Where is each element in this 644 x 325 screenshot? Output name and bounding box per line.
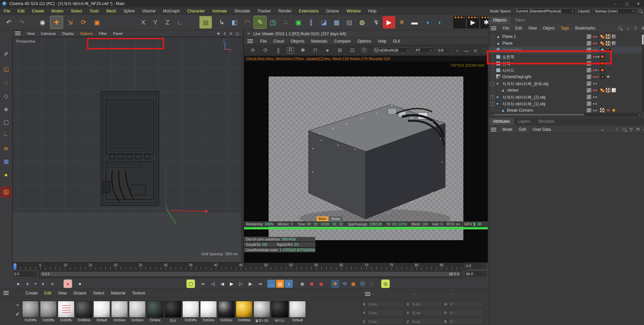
kernel-settings-icon[interactable]: ✱ — [298, 46, 308, 55]
spheres-tag-icon[interactable] — [600, 34, 605, 39]
next-key-icon[interactable]: ▶ — [246, 280, 255, 288]
visibility-dots[interactable] — [593, 41, 597, 46]
render-settings-icon[interactable]: ✳ — [396, 16, 408, 29]
om-menu-view[interactable]: View — [525, 26, 540, 31]
dot1-tag-icon[interactable] — [611, 108, 616, 112]
solo-toggle-icon[interactable]: ◎ — [381, 280, 389, 288]
restart-render-icon[interactable]: ⟳ — [261, 46, 270, 55]
coord-input[interactable]: 0 ° — [448, 318, 483, 325]
lv-menu-gui[interactable]: GUI — [389, 39, 403, 44]
range-start-stepper[interactable]: 0 F — [12, 271, 38, 277]
coord-input[interactable]: 0 ° — [448, 310, 483, 316]
search-icon[interactable] — [639, 9, 642, 13]
tab-structure[interactable]: Structure — [534, 118, 559, 125]
object-row-2-obj[interactable]: +●지게차 배터리팩_(2).obj╱ — [489, 94, 642, 100]
search-icon[interactable] — [617, 25, 623, 31]
attr-menu-user-data[interactable]: User Data — [530, 127, 554, 132]
zoom-view-icon[interactable]: ⇕ — [222, 31, 227, 36]
menu-tracker[interactable]: Tracker — [254, 9, 275, 13]
hamburger-icon[interactable] — [491, 26, 496, 30]
material-thumbnail[interactable] — [200, 301, 217, 318]
key-pla-icon[interactable]: ∷ — [367, 280, 375, 288]
history-forward-icon[interactable]: → — [607, 127, 612, 132]
menu-help[interactable]: Help — [364, 9, 380, 13]
comment-track-icon[interactable]: … — [267, 280, 275, 288]
expander-icon[interactable]: − — [491, 82, 494, 86]
viewport-menu-view[interactable]: View — [24, 32, 38, 36]
pick-ball-icon[interactable]: ● — [323, 46, 332, 55]
object-row-1-obj[interactable]: −●지게차 배터리팩_(1).obj╱ — [489, 100, 642, 107]
hamburger-icon[interactable] — [3, 291, 9, 295]
node-space-select[interactable]: Current (Standard/Physical)∨ — [514, 8, 576, 14]
om-menu-file[interactable]: File — [500, 26, 512, 31]
viewport-menu-cameras[interactable]: Cameras — [38, 32, 59, 36]
prev-key-icon[interactable]: ◁ — [209, 280, 217, 288]
attr-menu-mode[interactable]: Mode — [499, 127, 516, 132]
texture-mode-icon[interactable]: ▢ — [1, 117, 11, 127]
current-frame-stepper[interactable]: 0 F — [464, 263, 487, 269]
scene-nodes-icon[interactable]: ▤ — [343, 16, 356, 29]
paint-tool-icon[interactable]: ● — [1, 169, 11, 180]
object-row-break-corners[interactable]: ▲Break Corners╱✳ — [489, 107, 642, 112]
coord-input[interactable]: 0 cm — [367, 310, 404, 316]
checker-tag-icon[interactable] — [606, 34, 610, 39]
prev-frame-icon[interactable]: ◀ — [218, 280, 226, 288]
menu-spline[interactable]: Spline — [120, 9, 138, 13]
minimize-button[interactable]: – — [610, 0, 621, 7]
object-row-plane[interactable]: ▲Plane╱ — [489, 40, 642, 47]
lock-y-axis-icon[interactable]: Y — [149, 16, 162, 29]
menu-mograph[interactable]: MoGraph — [159, 9, 183, 13]
lv-menu-compare[interactable]: Compare — [331, 39, 354, 44]
expander-icon[interactable]: + — [491, 95, 494, 99]
undo-icon[interactable]: ↶ — [3, 16, 15, 29]
material-octmeta[interactable]: OctMeta — [236, 301, 252, 322]
marker-track-icon[interactable]: ▤ — [276, 280, 284, 288]
material-menu-view[interactable]: View — [55, 291, 70, 295]
camera-tag-icon[interactable] — [600, 68, 605, 72]
redo-icon[interactable]: ↷ — [15, 16, 28, 29]
om-menu-object[interactable]: Object — [540, 26, 558, 31]
material-octdiffu[interactable]: OctDiffu — [58, 301, 75, 322]
material-octdiffu[interactable]: OctDiffu — [182, 301, 199, 322]
add-bookmark-icon[interactable]: ⊞ — [641, 25, 644, 31]
maximize-view-icon[interactable]: ◱ — [235, 31, 240, 36]
material-default[interactable]: Default — [289, 301, 306, 322]
coord-input[interactable]: 0 cm — [411, 318, 443, 325]
hamburger-icon[interactable] — [491, 128, 496, 131]
reset-render-icon[interactable]: R — [286, 46, 295, 55]
menu-render[interactable]: Render — [275, 9, 295, 13]
material-item-14[interactable]: 케이스 — [271, 301, 288, 323]
lock-icon[interactable]: ⊓ — [636, 127, 641, 132]
tab-attributes[interactable]: Attributes — [489, 118, 514, 125]
spline-pen-icon[interactable]: ◠ — [241, 16, 254, 29]
material-menu-create[interactable]: Create — [22, 291, 41, 295]
rotate-tool-icon[interactable]: ⟳ — [77, 16, 90, 29]
menu-mesh[interactable]: Mesh — [102, 9, 120, 13]
subdivision-surface-icon[interactable]: ◳ — [267, 16, 279, 29]
visibility-dots[interactable] — [593, 81, 597, 86]
material-thumbnail[interactable] — [271, 301, 288, 318]
menu-volume[interactable]: Volume — [138, 9, 159, 13]
material-thumbnail[interactable] — [165, 301, 181, 318]
lock-z-axis-icon[interactable]: Z — [161, 16, 174, 29]
hamburger-icon[interactable] — [15, 32, 20, 35]
coord-input[interactable]: 0 ° — [448, 301, 483, 307]
light-tool-icon[interactable]: ◍ — [356, 16, 368, 29]
key-rotation-icon[interactable]: ▣ — [349, 280, 357, 288]
om-menu-edit[interactable]: Edit — [512, 26, 525, 31]
material-octdiffu[interactable]: OctDiffu — [40, 301, 57, 322]
menu-create[interactable]: Create — [28, 9, 48, 13]
menu-edit[interactable]: Edit — [14, 9, 28, 13]
goto-start-icon[interactable]: ⇤ — [199, 280, 208, 288]
edge-mode-icon[interactable]: ◇ — [1, 91, 11, 101]
rotate-view-icon[interactable]: ⟳ — [228, 31, 234, 36]
make-editable-icon[interactable]: ↳ — [216, 16, 228, 29]
search-icon[interactable] — [622, 127, 627, 132]
filter-icon[interactable]: ▽ — [633, 25, 638, 31]
record-objects-icon[interactable]: ◉ — [298, 280, 306, 288]
material-thumbnail[interactable] — [129, 301, 146, 318]
layer-edit-icon[interactable]: ╱ — [587, 108, 591, 112]
home-icon[interactable]: ⌂ — [625, 25, 631, 31]
tab-objects[interactable]: Objects — [489, 17, 511, 24]
clay-mode-icon[interactable]: ⊡ — [348, 46, 357, 55]
